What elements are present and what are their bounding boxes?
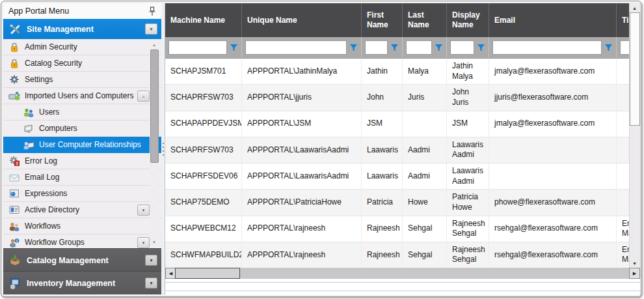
cell-machine-name: SCHAPWEBCM12 — [165, 216, 242, 242]
section-collapse-button[interactable]: ▾ — [145, 23, 157, 35]
cell-last-name: Aadmi — [403, 137, 447, 163]
sidebar-section-site-management[interactable]: Site Management ▾ — [3, 19, 161, 39]
item-label: Settings — [25, 75, 53, 84]
sidebar-item-active-directory[interactable]: Active Directory ▾ — [3, 202, 161, 218]
sidebar-item-users[interactable]: Users — [3, 104, 161, 121]
sidebar-item-user-computer-relationships[interactable]: User Computer Relationships — [3, 137, 161, 153]
item-label: User Computer Relationships — [39, 140, 141, 149]
section-label: Inventory Management — [27, 279, 115, 288]
display-name-filter-input[interactable] — [450, 40, 474, 55]
cell-first-name: Rajneesh — [362, 242, 403, 268]
sidebar-item-email-log[interactable]: Email Log — [3, 169, 161, 186]
grid-horizontal-scrollbar[interactable]: ◀ ▶ — [165, 268, 640, 279]
table-row[interactable]: SCHAPRFSW703 APPPORTAL\LaawarisAadmi Laa… — [165, 137, 630, 164]
section-expand-button[interactable]: ▾ — [145, 278, 157, 289]
sidebar-item-catalog-security[interactable]: Catalog Security — [3, 55, 161, 72]
table-row[interactable]: SCHWFMAPBUILD2 APPPORTAL\rajneesh Rajnee… — [165, 242, 630, 268]
scroll-up-icon[interactable]: ▲ — [630, 3, 639, 12]
scroll-down-icon[interactable]: ▼ — [630, 259, 639, 268]
cell-display-name: John Juris — [447, 85, 489, 110]
sidebar-section-inventory-management[interactable]: Inventory Management ▾ — [3, 271, 161, 294]
directory-card-icon — [8, 205, 20, 215]
sidebar-item-workflows[interactable]: Workflows — [3, 218, 161, 235]
column-header-display-name[interactable]: Display Name — [447, 3, 489, 37]
sidebar-item-workflow-groups[interactable]: Workflow Groups ▾ — [3, 235, 161, 248]
machine-name-filter-input[interactable] — [168, 40, 227, 55]
cell-first-name: Patricia — [362, 190, 403, 215]
pin-icon[interactable] — [148, 7, 156, 16]
user-computer-icon — [23, 139, 34, 150]
vertical-scrollbar-thumb[interactable] — [630, 12, 640, 126]
item-label: Error Log — [25, 156, 57, 165]
sidebar-item-computers[interactable]: Computers — [3, 121, 161, 137]
unique-name-filter-input[interactable] — [245, 40, 347, 55]
item-label: Admin Security — [25, 42, 77, 51]
column-header-machine-name[interactable]: Machine Name — [165, 3, 242, 37]
item-dropdown-button[interactable]: ▾ — [137, 205, 150, 216]
cell-machine-name: SCHAPJSM701 — [165, 59, 242, 84]
column-header-last-name[interactable]: Last Name — [403, 3, 447, 37]
scroll-right-icon[interactable]: ▶ — [629, 268, 640, 279]
sidebar-scrollbar[interactable]: ▲ ▼ — [150, 41, 159, 246]
table-row[interactable]: SCHAP75DEMO APPPORTAL\PatriciaHowe Patri… — [165, 190, 630, 216]
cell-title: Engineering Manager — [617, 242, 630, 268]
funnel-icon[interactable] — [477, 44, 485, 52]
sidebar-item-settings[interactable]: Settings — [3, 72, 161, 88]
table-row[interactable]: SCHAPJSM701 APPPORTAL\JathinMalya Jathin… — [165, 59, 630, 85]
column-header-email[interactable]: Email — [489, 3, 617, 37]
table-row[interactable]: SCHAPRFSW703 APPPORTAL\jjuris John Juris… — [165, 85, 630, 111]
sidebar-section-catalog-management[interactable]: Catalog Management ▾ — [3, 248, 161, 272]
table-row[interactable]: SCHAPAPPDEVJSM APPPORTAL\JSM JSM JSM jma… — [165, 111, 630, 137]
email-filter-input[interactable] — [492, 40, 602, 55]
last-name-filter-input[interactable] — [406, 40, 432, 55]
cell-unique-name: APPPORTAL\JSM — [242, 111, 362, 137]
first-name-filter-input[interactable] — [365, 40, 388, 55]
cell-first-name: Laawaris — [362, 164, 403, 189]
cell-title — [617, 164, 630, 189]
horizontal-scrollbar-thumb[interactable] — [175, 268, 240, 279]
cell-display-name: Rajneesh Sehgal — [447, 216, 489, 242]
funnel-icon[interactable] — [390, 44, 399, 52]
cell-machine-name: SCHWFMAPBUILD2 — [165, 242, 242, 268]
item-collapse-button[interactable]: ▴ — [137, 91, 150, 102]
title-filter-input[interactable] — [620, 40, 630, 55]
window-frame: App Portal Menu Site Management ▾ — [1, 1, 642, 297]
scroll-up-icon[interactable]: ▲ — [150, 41, 159, 48]
table-row[interactable]: SCHAPRFSDEV06 APPPORTAL\LaawarisAadmi La… — [165, 164, 630, 190]
funnel-icon[interactable] — [230, 44, 238, 52]
item-label: Computers — [39, 124, 77, 133]
scroll-down-icon[interactable]: ▼ — [150, 238, 159, 246]
section-expand-button[interactable]: ▾ — [145, 255, 157, 266]
section-label: Catalog Management — [27, 256, 109, 265]
inventory-monitor-icon — [8, 278, 21, 289]
item-label: Active Directory — [25, 205, 79, 214]
panel-title: App Portal Menu — [8, 7, 148, 16]
cell-unique-name: APPPORTAL\LaawarisAadmi — [242, 137, 362, 163]
table-row[interactable]: SCHAPWEBCM12 APPPORTAL\rajneesh Rajneesh… — [165, 216, 630, 242]
users-icon — [23, 107, 34, 117]
funnel-icon[interactable] — [604, 44, 613, 52]
funnel-icon[interactable] — [349, 44, 358, 52]
cell-display-name: Laawaris Aadmi — [447, 164, 489, 189]
cell-display-name: Laawaris Aadmi — [447, 137, 489, 163]
column-header-unique-name[interactable]: Unique Name — [242, 3, 362, 37]
cell-last-name: Sehgal — [403, 242, 447, 268]
site-management-menu: Admin Security Catalog Security Settings — [3, 39, 161, 248]
grid-footer-bar — [165, 282, 640, 291]
column-header-title[interactable]: Title — [617, 3, 630, 37]
computer-icon — [23, 123, 34, 134]
item-dropdown-button[interactable]: ▾ — [137, 237, 150, 248]
grid-content: Machine Name Unique Name First Name Last… — [165, 3, 630, 268]
cell-last-name: Howe — [403, 190, 447, 215]
grid-vertical-scrollbar[interactable]: ▲ ▼ — [629, 3, 640, 268]
funnel-icon[interactable] — [435, 44, 443, 52]
cell-title — [617, 85, 630, 110]
column-header-first-name[interactable]: First Name — [362, 3, 403, 37]
cell-first-name: John — [362, 85, 403, 110]
sidebar-item-admin-security[interactable]: Admin Security — [3, 39, 161, 55]
sidebar-scrollbar-thumb[interactable] — [150, 50, 159, 163]
sidebar-item-expressions[interactable]: Expressions — [3, 186, 161, 202]
sidebar-item-imported-users-and-computers[interactable]: Imported Users and Computers ▴ — [3, 88, 161, 104]
sidebar-item-error-log[interactable]: Error Log — [3, 153, 161, 169]
grid-header-row: Machine Name Unique Name First Name Last… — [165, 3, 630, 37]
